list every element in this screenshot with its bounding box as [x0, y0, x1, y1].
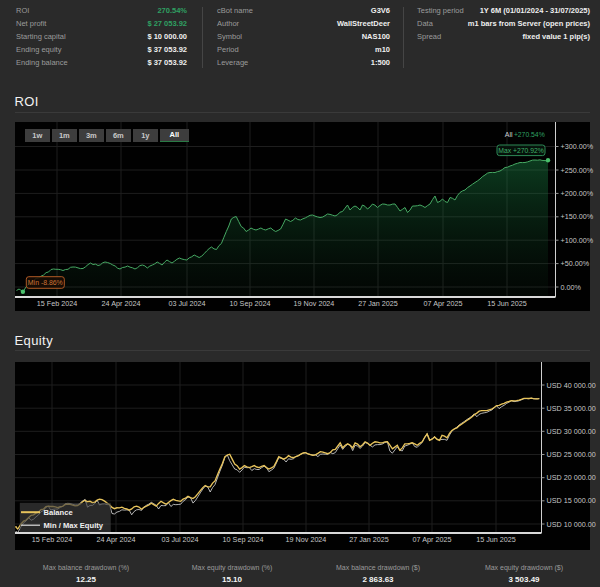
svg-text:All: All: [505, 131, 513, 138]
svg-text:27 Jan 2025: 27 Jan 2025: [358, 299, 398, 308]
svg-text:USD 25 000.00: USD 25 000.00: [547, 450, 596, 459]
svg-text:USD 30 000.00: USD 30 000.00: [547, 427, 596, 436]
svg-text:03 Jul 2024: 03 Jul 2024: [161, 535, 198, 544]
svg-text:24 Apr 2024: 24 Apr 2024: [97, 535, 136, 544]
svg-text:USD 35 000.00: USD 35 000.00: [547, 404, 596, 413]
svg-text:Balance: Balance: [44, 508, 73, 517]
svg-text:+300.00%: +300.00%: [561, 142, 594, 151]
svg-text:15 Jun 2025: 15 Jun 2025: [487, 299, 527, 308]
svg-text:19 Nov 2024: 19 Nov 2024: [294, 299, 335, 308]
svg-text:Min / Max Equity: Min / Max Equity: [44, 521, 104, 530]
svg-text:15 Jun 2025: 15 Jun 2025: [476, 535, 516, 544]
svg-text:27 Jan 2025: 27 Jan 2025: [349, 535, 389, 544]
svg-text:+200.00%: +200.00%: [561, 189, 594, 198]
svg-text:Min -8.86%: Min -8.86%: [28, 279, 63, 286]
svg-text:07 Apr 2025: 07 Apr 2025: [413, 535, 452, 544]
svg-text:10 Sep 2024: 10 Sep 2024: [223, 535, 264, 544]
svg-text:15 Feb 2024: 15 Feb 2024: [37, 299, 77, 308]
svg-text:0.00%: 0.00%: [561, 283, 582, 292]
svg-text:24 Apr 2024: 24 Apr 2024: [102, 299, 141, 308]
svg-text:+270.54%: +270.54%: [514, 131, 545, 138]
svg-text:USD 10 000.00: USD 10 000.00: [547, 520, 596, 529]
svg-text:03 Jul 2024: 03 Jul 2024: [168, 299, 205, 308]
svg-text:Max +270.92%: Max +270.92%: [498, 147, 544, 154]
svg-text:07 Apr 2025: 07 Apr 2025: [424, 299, 463, 308]
svg-text:+250.00%: +250.00%: [561, 166, 594, 175]
svg-text:19 Nov 2024: 19 Nov 2024: [286, 535, 327, 544]
svg-text:+50.00%: +50.00%: [561, 259, 590, 268]
svg-text:10 Sep 2024: 10 Sep 2024: [230, 299, 271, 308]
svg-text:USD 40 000.00: USD 40 000.00: [547, 381, 596, 390]
svg-text:+150.00%: +150.00%: [561, 212, 594, 221]
svg-text:15 Feb 2024: 15 Feb 2024: [32, 535, 72, 544]
svg-text:USD 20 000.00: USD 20 000.00: [547, 473, 596, 482]
svg-text:+100.00%: +100.00%: [561, 236, 594, 245]
svg-text:USD 15 000.00: USD 15 000.00: [547, 496, 596, 505]
